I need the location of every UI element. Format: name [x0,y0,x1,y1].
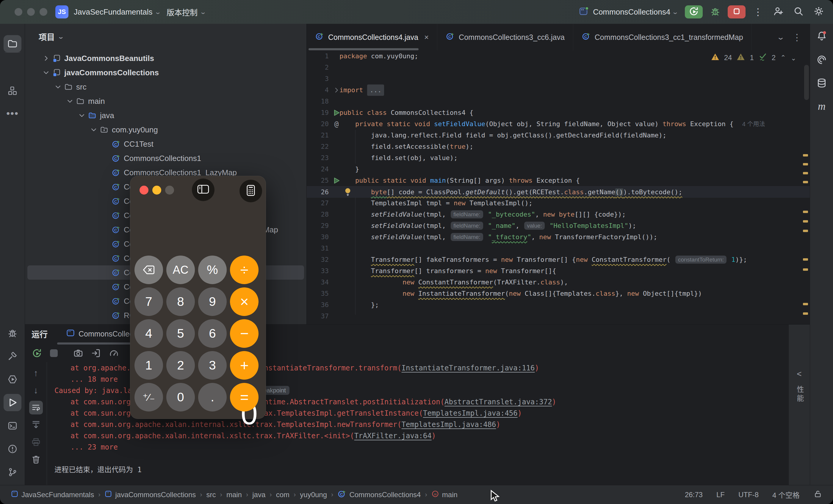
database-icon[interactable] [813,74,831,92]
structure-icon[interactable] [4,82,21,99]
breadcrumb-src[interactable]: src [207,490,216,499]
breadcrumb-main[interactable]: mmain [431,490,457,500]
tree-item-javaCommonsCollections[interactable]: javaCommonsCollections [27,66,304,80]
project-icon[interactable] [4,35,21,52]
tree-item-CC1Test[interactable]: CCC1Test [27,137,304,151]
project-panel-header[interactable]: 项目⌄ [25,24,306,49]
code-line-32[interactable]: 32 Transformer[] fakeTransformers = new … [307,254,810,265]
next-problem-icon[interactable]: ⌃ [791,54,796,62]
run-config-selector[interactable]: CommonsCollections4 [593,7,670,17]
profiler-gauge-icon[interactable] [109,348,119,359]
terminal-icon[interactable] [4,417,21,434]
inspections-widget[interactable]: 24 1 2 ⌃ ⌃ [711,52,796,63]
problems-icon[interactable] [4,440,21,458]
breadcrumb-JavaSecFundamentals[interactable]: JavaSecFundamentals [11,490,94,500]
run-icon[interactable] [4,394,21,411]
stop-icon[interactable] [50,349,58,358]
calc-key-digit-9[interactable]: 9 [198,287,227,316]
scroll-up-icon[interactable]: ↑ [29,366,43,380]
maven-icon[interactable]: m [813,98,831,115]
scroll-down-icon[interactable]: ↓ [29,384,43,397]
calc-close-button[interactable] [140,186,148,195]
calc-key-digit-2[interactable]: 2 [166,351,195,380]
chevron-down-icon[interactable] [89,126,99,133]
code-line-25[interactable]: 25 public static void main(String[] args… [307,175,810,186]
breadcrumb-java[interactable]: java [252,490,265,499]
breadcrumb-CommonsCollections4[interactable]: CCommonsCollections4 [337,489,421,500]
code-line-18[interactable]: 18 [307,96,810,107]
calc-key-plus-minus[interactable]: ⁺⁄₋ [135,383,163,411]
git-icon[interactable] [4,463,21,481]
calc-key-digit-4[interactable]: 4 [135,319,163,348]
caret-position[interactable]: 26:73 [685,490,703,499]
code-line-4[interactable]: 4import ... [307,85,810,96]
search-everywhere-icon[interactable] [792,5,805,19]
build-icon[interactable] [4,347,21,365]
editor-scrollbar-thumb[interactable] [804,65,809,100]
code-line-22[interactable]: 22 field.setAccessible(true); [307,141,810,152]
code-line-36[interactable]: 36 }; [307,299,810,311]
calc-key-digit-3[interactable]: 3 [198,351,227,380]
profiler-icon[interactable] [4,371,21,388]
stacktrace-link[interactable]: AbstractTranslet.java:372 [445,398,552,406]
calc-key-backspace[interactable] [135,256,163,284]
chevron-down-icon[interactable] [41,69,51,76]
collapse-chevron-icon[interactable]: < [789,369,810,379]
tree-item-java[interactable]: java [27,108,304,123]
readonly-lock-icon[interactable] [813,489,822,500]
calc-key-percent[interactable]: % [198,256,227,284]
debug-icon[interactable] [4,324,21,341]
tab-list-chevron-icon[interactable]: ⌄ [777,33,785,41]
code-line-24[interactable]: 24 } [307,164,810,175]
calc-key-add[interactable]: + [230,351,259,380]
project-menu[interactable]: JavaSecFundamentals⌄ [74,7,160,17]
more-actions-kebab[interactable]: ⋮ [752,5,765,19]
window-close-button[interactable] [15,8,22,16]
tab-scrollbar[interactable] [309,48,419,50]
code-line-34[interactable]: 34 new ConstantTransformer(TrAXFilter.cl… [307,277,810,288]
calc-key-digit-7[interactable]: 7 [135,287,163,316]
calc-key-divide[interactable]: ÷ [230,256,259,284]
ai-assistant-icon[interactable] [813,51,831,68]
tree-item-src[interactable]: src [27,80,304,94]
stacktrace-link[interactable]: TemplatesImpl.java:456 [423,409,518,417]
code-line-27[interactable]: 27 TemplatesImpl tmpl = new TemplatesImp… [307,197,810,209]
calc-key-digit-5[interactable]: 5 [166,319,195,348]
tree-item-CommonsCollections1[interactable]: CCommonsCollections1 [27,151,304,165]
breadcrumb-yuy0ung[interactable]: yuy0ung [300,490,327,499]
window-minimize-button[interactable] [27,8,35,16]
breadcrumb-javaCommonsCollections[interactable]: javaCommonsCollections [104,490,196,500]
stacktrace-link[interactable]: TrAXFilter.java:64 [354,432,432,440]
code-line-3[interactable]: 3 [307,73,810,85]
rerun-icon[interactable] [31,348,42,360]
code-line-26[interactable]: 26 byte[] code = ClassPool.getDefault().… [307,186,810,197]
code-line-28[interactable]: 28 setFieldValue(tmpl, fieldName: "_byte… [307,209,810,220]
calc-key-multiply[interactable]: × [230,287,259,316]
rerun-button[interactable] [685,5,703,19]
code-line-35[interactable]: 35 new InstantiateTransformer(new Class[… [307,288,810,299]
indent-style[interactable]: 4 个空格 [772,489,800,500]
code-line-33[interactable]: 33 Transformer[] transformers = new Tran… [307,265,810,277]
breadcrumb-main[interactable]: main [227,490,242,499]
code-line-31[interactable]: 31 [307,243,810,254]
code-editor[interactable]: 1package com.yuy0ung;234import ...1819pu… [306,51,810,324]
clear-console-icon[interactable] [29,453,43,466]
calc-mode-icon[interactable] [239,180,262,202]
calculator-window[interactable]: 0 AC%÷789×456−123+⁺⁄₋0.= [130,176,266,419]
chevron-right-icon[interactable] [41,55,51,62]
calc-sidebar-toggle-icon[interactable] [192,178,214,201]
editor-tab-CommonsCollections3_cc1_transformedMap[interactable]: CCommonsCollections3_cc1_transformedMap [573,24,752,51]
notifications-bell-icon[interactable] [813,27,831,45]
calc-key-digit-0[interactable]: 0 [166,383,195,411]
code-line-2[interactable]: 2 [307,62,810,73]
line-separator[interactable]: LF [716,490,725,499]
code-line-20[interactable]: 20@ private static void setFieldValue(Ob… [307,118,810,130]
calc-key-digit-8[interactable]: 8 [166,287,195,316]
performance-tab[interactable]: 性能 [794,386,805,404]
calc-key-all-clear[interactable]: AC [166,256,195,284]
code-line-30[interactable]: 30 setFieldValue(tmpl, fieldName: "_tfac… [307,232,810,243]
chevron-down-icon[interactable] [53,83,63,91]
breadcrumb-com[interactable]: com [276,490,289,499]
tree-item-com.yuy0ung[interactable]: com.yuy0ung [27,123,304,137]
stacktrace-link[interactable]: TemplatesImpl.java:486 [402,421,496,429]
